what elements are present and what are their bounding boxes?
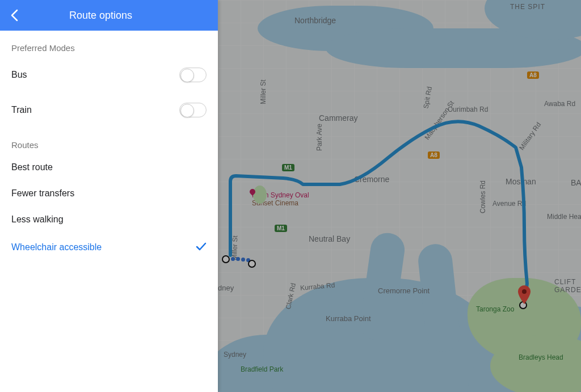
board-point-icon	[248, 260, 256, 268]
header-title: Route options	[69, 10, 132, 22]
route-options-sidebar: Route options Preferred Modes Bus Train …	[0, 0, 218, 392]
back-icon[interactable]	[10, 9, 18, 22]
route-line	[218, 0, 581, 392]
destination-pin-icon	[517, 285, 529, 297]
map-panel[interactable]: Northbridge THE SPIT Cammeray Miller St …	[218, 0, 581, 392]
toggle-row-bus[interactable]: Bus	[0, 57, 218, 92]
route-option-label: Wheelchair accessible	[11, 242, 102, 252]
origin-point-icon	[222, 255, 230, 263]
toggle-row-train[interactable]: Train	[0, 92, 218, 128]
transfer-dot-icon	[241, 258, 245, 262]
svg-point-0	[522, 289, 527, 294]
transfer-dot-icon	[236, 257, 240, 261]
route-option-label: Fewer transfers	[11, 188, 74, 199]
toggle-bus[interactable]	[179, 68, 207, 82]
toggle-label: Train	[11, 105, 32, 115]
route-option-best-route[interactable]: Best route	[0, 154, 218, 180]
route-option-fewer-transfers[interactable]: Fewer transfers	[0, 180, 218, 206]
checkmark-icon	[195, 241, 207, 254]
section-label-preferred-modes: Preferred Modes	[0, 31, 218, 57]
app-root: Route options Preferred Modes Bus Train …	[0, 0, 581, 392]
toggle-label: Bus	[11, 70, 27, 80]
route-option-less-walking[interactable]: Less walking	[0, 206, 218, 233]
route-option-wheelchair-accessible[interactable]: Wheelchair accessible	[0, 233, 218, 262]
route-option-label: Less walking	[11, 214, 64, 225]
transfer-dot-icon	[231, 257, 235, 261]
section-label-routes: Routes	[0, 128, 218, 154]
toggle-train[interactable]	[179, 103, 207, 117]
sidebar-header: Route options	[0, 0, 218, 31]
route-option-label: Best route	[11, 162, 53, 172]
